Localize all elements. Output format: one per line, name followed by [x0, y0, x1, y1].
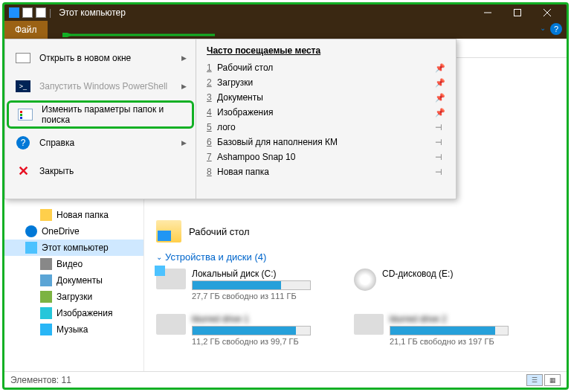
recent-place[interactable]: 3Документы📌: [207, 90, 445, 105]
help-icon[interactable]: ?: [550, 23, 562, 35]
close-button[interactable]: [532, 4, 562, 21]
nav-item-downloads[interactable]: Загрузки: [4, 289, 143, 305]
titlebar: | Этот компьютер: [4, 4, 567, 21]
music-icon: [40, 324, 52, 335]
place-number: 6: [207, 137, 217, 147]
nav-item-video[interactable]: Видео: [4, 256, 143, 272]
pin-icon[interactable]: ⊣: [435, 167, 445, 177]
pin-icon[interactable]: 📌: [435, 78, 445, 88]
nav-item-documents[interactable]: Документы: [4, 272, 143, 289]
recent-places-title: Часто посещаемые места: [207, 45, 445, 56]
ribbon-collapse-icon[interactable]: ⌄: [540, 24, 546, 32]
nav-label: Видео: [57, 259, 83, 269]
file-tab[interactable]: Файл: [4, 21, 48, 39]
nav-label: Загрузки: [57, 292, 92, 302]
folder-icon: [156, 220, 181, 242]
qat-divider: |: [49, 7, 51, 18]
pin-icon[interactable]: 📌: [435, 63, 445, 73]
nav-item-onedrive[interactable]: OneDrive: [4, 223, 143, 240]
chevron-right-icon: ▶: [181, 83, 187, 90]
status-items: Элементов: 11: [10, 375, 71, 385]
place-number: 8: [207, 167, 217, 177]
place-number: 3: [207, 92, 217, 103]
drive-free-text: 27,7 ГБ свободно из 111 ГБ: [192, 292, 341, 301]
recent-place[interactable]: 1Рабочий стол📌: [207, 60, 445, 75]
help-icon: ?: [14, 134, 32, 152]
docs-icon: [40, 274, 52, 286]
qat-btn-2[interactable]: [36, 7, 46, 18]
minimize-button[interactable]: [473, 4, 503, 21]
pc-icon: [25, 242, 37, 254]
drive-item[interactable]: blurred drive 111,2 ГБ свободно из 99,7 …: [156, 314, 341, 346]
menu-help[interactable]: ? Справка ▶: [7, 129, 194, 157]
place-label: Загрузки: [217, 77, 435, 88]
place-label: Базовый для наполнения КМ: [217, 137, 435, 147]
menu-close[interactable]: ✕ Закрыть: [7, 157, 194, 185]
menu-folder-options[interactable]: Изменить параметры папок и поиска: [7, 100, 194, 129]
drive-usage-bar: [192, 280, 311, 290]
nav-item-folder[interactable]: Новая папка: [4, 207, 143, 223]
pc-icon: [9, 7, 19, 18]
place-number: 7: [207, 152, 217, 162]
downloads-icon: [40, 291, 52, 303]
view-icons-button[interactable]: ▦: [544, 374, 561, 386]
chevron-right-icon: ▶: [181, 139, 187, 147]
menu-label: Справка: [39, 138, 74, 148]
drive-item[interactable]: Локальный диск (C:)27,7 ГБ свободно из 1…: [156, 269, 341, 301]
pin-icon[interactable]: ⊣: [435, 138, 445, 147]
qat-btn-1[interactable]: [22, 7, 33, 18]
maximize-button[interactable]: [503, 4, 532, 21]
recent-place[interactable]: 6Базовый для наполнения КМ⊣: [207, 135, 445, 150]
onedrive-icon: [25, 225, 37, 237]
drive-name: Локальный диск (C:): [192, 269, 341, 279]
pin-icon[interactable]: 📌: [435, 108, 445, 118]
drive-item[interactable]: blurred drive 221,1 ГБ свободно из 197 Г…: [354, 314, 538, 346]
menu-open-new-window[interactable]: Открыть в новом окне ▶: [7, 44, 194, 72]
place-label: Рабочий стол: [217, 62, 435, 73]
menu-label: Запустить Windows PowerShell: [39, 81, 167, 91]
recent-place[interactable]: 4Изображения📌: [207, 105, 445, 120]
drive-icon: [156, 269, 186, 289]
menu-powershell: >_ Запустить Windows PowerShell ▶: [7, 72, 194, 100]
drive-item[interactable]: CD-дисковод (E:): [354, 269, 538, 301]
nav-label: Этот компьютер: [42, 242, 109, 253]
drive-name: blurred drive 2: [390, 314, 538, 324]
pin-icon[interactable]: 📌: [435, 93, 445, 103]
desktop-folder[interactable]: Рабочий стол: [156, 220, 555, 242]
recent-place[interactable]: 8Новая папка⊣: [207, 164, 445, 179]
nav-item-music[interactable]: Музыка: [4, 321, 143, 338]
place-label: Документы: [217, 92, 435, 103]
pin-icon[interactable]: ⊣: [435, 123, 445, 132]
devices-header-label: Устройства и диски (4): [165, 251, 266, 263]
video-icon: [40, 258, 52, 270]
recent-place[interactable]: 2Загрузки📌: [207, 75, 445, 90]
nav-label: Музыка: [57, 324, 88, 335]
place-label: лого: [217, 122, 435, 132]
file-menu: Открыть в новом окне ▶ >_ Запустить Wind…: [4, 39, 457, 199]
devices-header[interactable]: ⌄ Устройства и диски (4): [156, 251, 555, 263]
menu-label: Открыть в новом окне: [39, 53, 131, 63]
chevron-right-icon: ▶: [181, 54, 187, 62]
nav-label: OneDrive: [42, 226, 80, 237]
place-label: Ashampoo Snap 10: [217, 152, 435, 162]
drive-usage-bar: [390, 326, 509, 335]
view-details-button[interactable]: ☰: [526, 374, 543, 386]
nav-label: Новая папка: [57, 210, 109, 220]
place-label: Новая папка: [217, 167, 435, 177]
nav-label: Документы: [57, 275, 103, 286]
drive-name: CD-дисковод (E:): [382, 269, 538, 279]
drives-grid: Локальный диск (C:)27,7 ГБ свободно из 1…: [156, 269, 555, 346]
nav-item-this-pc[interactable]: Этот компьютер: [4, 240, 143, 256]
pin-icon[interactable]: ⊣: [435, 152, 445, 162]
recent-place[interactable]: 7Ashampoo Snap 10⊣: [207, 150, 445, 164]
place-number: 5: [207, 122, 217, 132]
drive-free-text: 21,1 ГБ свободно из 197 ГБ: [390, 337, 538, 346]
drive-usage-bar: [192, 326, 311, 335]
drive-name: blurred drive 1: [192, 314, 341, 324]
nav-label: Изображения: [57, 308, 112, 318]
nav-item-pictures[interactable]: Изображения: [4, 305, 143, 321]
recent-place[interactable]: 5лого⊣: [207, 120, 445, 135]
folder-icon: [40, 209, 52, 221]
options-icon: [16, 106, 34, 123]
close-icon: ✕: [14, 162, 32, 180]
